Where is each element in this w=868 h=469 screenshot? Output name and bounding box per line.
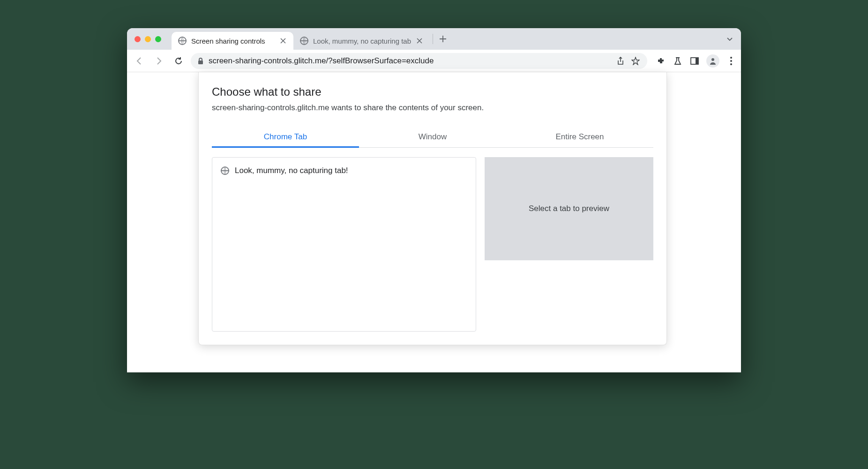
star-icon[interactable] bbox=[630, 56, 641, 66]
minimize-window-button[interactable] bbox=[145, 36, 151, 42]
svg-point-6 bbox=[730, 63, 732, 65]
tab-divider bbox=[433, 34, 433, 44]
content-area: Choose what to share screen-sharing-cont… bbox=[127, 72, 741, 372]
svg-point-4 bbox=[730, 57, 732, 59]
dialog-tabs: Chrome Tab Window Entire Screen bbox=[212, 127, 653, 148]
share-icon[interactable] bbox=[615, 56, 626, 66]
browser-tab-active[interactable]: Screen sharing controls bbox=[172, 32, 293, 50]
tab-chrome-tab[interactable]: Chrome Tab bbox=[212, 127, 359, 147]
extensions-icon[interactable] bbox=[656, 56, 666, 66]
preview-placeholder: Select a tab to preview bbox=[529, 204, 609, 213]
svg-rect-0 bbox=[198, 61, 203, 64]
close-tab-button[interactable] bbox=[279, 37, 287, 45]
toolbar-right bbox=[656, 54, 736, 68]
maximize-window-button[interactable] bbox=[155, 36, 161, 42]
reload-button[interactable] bbox=[171, 53, 186, 68]
url-text: screen-sharing-controls.glitch.me/?selfB… bbox=[209, 56, 611, 66]
svg-rect-2 bbox=[696, 58, 698, 64]
window-controls bbox=[135, 36, 161, 42]
screen-share-dialog: Choose what to share screen-sharing-cont… bbox=[198, 72, 667, 345]
menu-icon[interactable] bbox=[726, 56, 736, 66]
lock-icon bbox=[197, 57, 204, 65]
close-tab-button[interactable] bbox=[416, 37, 423, 45]
tab-bar: Screen sharing controls Look, mummy, no … bbox=[127, 28, 741, 50]
share-tab-list: Look, mummy, no capturing tab! bbox=[212, 157, 476, 332]
side-panel-icon[interactable] bbox=[689, 56, 700, 66]
forward-button[interactable] bbox=[151, 53, 166, 68]
preview-panel: Select a tab to preview bbox=[485, 157, 653, 260]
new-tab-button[interactable] bbox=[436, 32, 450, 46]
dialog-body: Look, mummy, no capturing tab! Select a … bbox=[199, 148, 666, 345]
address-bar[interactable]: screen-sharing-controls.glitch.me/?selfB… bbox=[191, 53, 647, 69]
tab-title: Look, mummy, no capturing tab bbox=[313, 37, 411, 45]
globe-icon bbox=[300, 37, 308, 45]
labs-icon[interactable] bbox=[673, 56, 683, 66]
profile-avatar[interactable] bbox=[706, 54, 719, 68]
tab-entire-screen[interactable]: Entire Screen bbox=[506, 127, 653, 147]
share-tab-item[interactable]: Look, mummy, no capturing tab! bbox=[219, 164, 469, 177]
back-button[interactable] bbox=[132, 53, 147, 68]
dialog-subtitle: screen-sharing-controls.glitch.me wants … bbox=[199, 103, 666, 121]
globe-icon bbox=[178, 37, 187, 45]
browser-window: Screen sharing controls Look, mummy, no … bbox=[127, 28, 741, 372]
globe-icon bbox=[221, 166, 229, 175]
close-window-button[interactable] bbox=[135, 36, 141, 42]
tab-title: Screen sharing controls bbox=[191, 37, 275, 45]
share-tab-item-title: Look, mummy, no capturing tab! bbox=[235, 166, 348, 175]
browser-tab-inactive[interactable]: Look, mummy, no capturing tab bbox=[293, 32, 430, 50]
tabs-dropdown-button[interactable] bbox=[726, 35, 733, 43]
toolbar: screen-sharing-controls.glitch.me/?selfB… bbox=[127, 50, 741, 72]
svg-point-3 bbox=[711, 58, 714, 61]
tab-window[interactable]: Window bbox=[359, 127, 506, 147]
svg-point-5 bbox=[730, 60, 732, 62]
dialog-title: Choose what to share bbox=[199, 85, 666, 103]
